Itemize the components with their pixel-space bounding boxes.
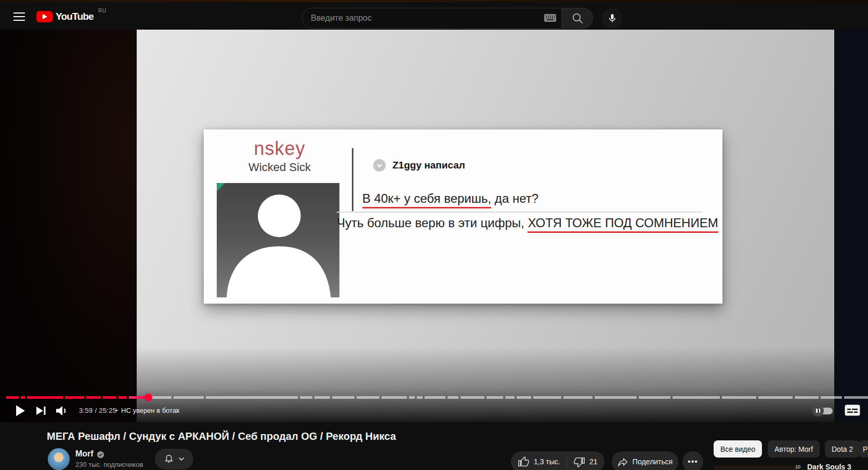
progress-segment — [486, 396, 503, 399]
pill-divider — [567, 455, 567, 468]
progress-segment — [152, 396, 172, 399]
progress-segment — [382, 396, 407, 399]
chevron-down-icon — [178, 457, 185, 461]
notifications-button[interactable] — [155, 449, 193, 469]
progress-bar[interactable] — [0, 396, 868, 399]
dislike-button[interactable]: 21 — [574, 451, 598, 470]
channel-avatar[interactable] — [48, 448, 70, 470]
progress-segment — [795, 396, 819, 399]
youtube-watch-page: YouTube RU — [0, 0, 868, 470]
search-icon — [571, 12, 584, 24]
more-icon: ••• — [688, 457, 698, 466]
progress-segment — [673, 396, 720, 399]
share-label: Поделиться — [633, 458, 673, 466]
subtitles-button[interactable] — [845, 404, 860, 416]
progress-segment — [21, 396, 25, 399]
search-box — [302, 8, 562, 29]
autoplay-toggle[interactable] — [812, 405, 833, 416]
progress-segment — [533, 396, 561, 399]
progress-segment — [505, 396, 515, 399]
dislike-count: 21 — [589, 458, 598, 466]
subscriber-count: 230 тыс. подписчиков — [75, 461, 143, 468]
hamburger-menu-icon[interactable] — [14, 12, 25, 21]
progress-segment — [639, 396, 670, 399]
screenshot-card: nskey Wicked Sick Z — [204, 129, 722, 304]
quote-text-underlined: В 40к+ у себя веришь, — [362, 191, 491, 208]
progress-segment — [332, 396, 354, 399]
progress-segment — [103, 396, 116, 399]
quote-author: Z1ggy написал — [392, 160, 465, 171]
chapter-separator-dot: • — [115, 407, 118, 414]
chapter-chevron-icon[interactable]: › — [176, 405, 179, 415]
progress-scrubber[interactable] — [144, 394, 152, 401]
share-button[interactable]: Поделиться — [612, 451, 678, 470]
video-title: МЕГА Решафл / Сундук с АРКАНОЙ / Себ про… — [47, 430, 396, 442]
progress-segment — [65, 396, 84, 399]
thumb-down-icon — [574, 456, 585, 467]
profile-photo-placeholder — [217, 183, 339, 297]
youtube-logo-text: YouTube — [56, 11, 94, 22]
next-button[interactable] — [34, 405, 48, 416]
progress-segment — [563, 396, 593, 399]
chip-all-videos[interactable]: Все видео — [714, 440, 762, 458]
volume-button[interactable] — [54, 404, 70, 417]
progress-segment — [844, 396, 868, 399]
card-separator-line — [337, 212, 703, 213]
player-rank: Wicked Sick — [204, 161, 356, 174]
voice-search-button[interactable] — [602, 8, 623, 29]
youtube-region-label: RU — [98, 8, 106, 14]
like-dislike-pill: 1,3 тыс. 21 — [511, 451, 604, 470]
reply-text: Чуть больше верю в эти цифры, ХОТЯ ТОЖЕ … — [337, 216, 718, 230]
progress-segment — [357, 396, 379, 399]
chip-author[interactable]: Автор: Morf — [768, 440, 820, 458]
online-corner-badge — [217, 183, 227, 193]
quote-divider-bar — [352, 148, 353, 211]
controls-gradient-shade — [137, 347, 834, 422]
progress-segment — [595, 396, 637, 399]
progress-segment — [425, 396, 445, 399]
progress-segment — [821, 396, 842, 399]
chapter-title[interactable]: НС уверен в ботах — [121, 407, 180, 414]
like-count: 1,3 тыс. — [534, 458, 560, 466]
search-input[interactable] — [311, 8, 529, 28]
play-icon — [15, 404, 25, 417]
progress-segment — [119, 396, 127, 399]
volume-icon — [56, 405, 68, 416]
progress-segment — [722, 396, 756, 399]
progress-segment — [409, 396, 415, 399]
progress-segment — [27, 396, 63, 399]
related-video-title[interactable]: Dark Souls 3 — [807, 463, 851, 470]
microphone-icon — [607, 13, 617, 23]
related-video-thumbnail[interactable]: Жизнь А ЛОВКО ТЫ ЭТО — [714, 465, 799, 470]
youtube-play-icon — [36, 11, 52, 22]
play-button[interactable] — [12, 404, 28, 417]
pause-icon — [812, 405, 824, 416]
progress-segment — [517, 396, 531, 399]
progress-segment — [461, 396, 484, 399]
more-actions-button[interactable]: ••• — [682, 451, 703, 470]
masthead: YouTube RU — [0, 2, 868, 30]
subtitles-icon — [845, 404, 860, 416]
verified-badge-icon — [97, 451, 104, 461]
thumb-up-icon — [518, 456, 529, 467]
video-player[interactable]: nskey Wicked Sick Z — [0, 30, 868, 422]
next-icon — [36, 406, 46, 416]
search-button[interactable] — [562, 8, 593, 29]
chip-dota2[interactable]: Dota 2 — [825, 440, 860, 458]
progress-segment — [174, 396, 204, 399]
chip-partial[interactable]: Р — [859, 440, 868, 458]
keyboard-icon[interactable] — [544, 14, 556, 24]
person-silhouette-icon — [217, 183, 339, 297]
progress-segment — [314, 396, 330, 399]
chevron-down-icon — [376, 163, 383, 168]
progress-segment — [417, 396, 423, 399]
reply-text-underlined: ХОТЯ ТОЖЕ ПОД СОМНЕНИЕМ — [528, 216, 718, 233]
channel-name[interactable]: Morf — [75, 449, 94, 459]
progress-segment — [758, 396, 793, 399]
video-frame: nskey Wicked Sick Z — [137, 30, 834, 422]
bell-icon — [164, 454, 174, 464]
progress-segment — [300, 396, 312, 399]
progress-segment — [448, 396, 458, 399]
reply-text-normal: Чуть больше верю в эти цифры, — [337, 216, 528, 230]
like-button[interactable]: 1,3 тыс. — [518, 451, 560, 470]
